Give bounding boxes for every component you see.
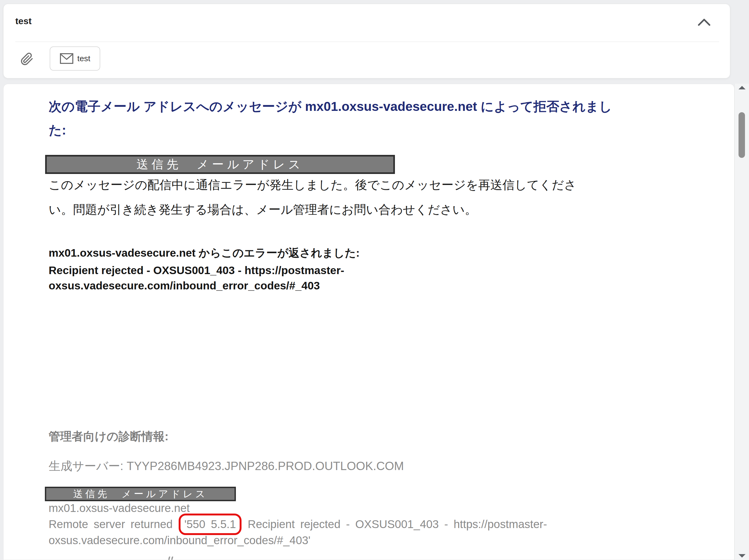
diagnostics-heading: 管理者向けの診断情報: — [49, 429, 168, 444]
ndr-heading: 次の電子メール アドレスへのメッセージが mx01.oxsus-vadesecu… — [49, 95, 612, 142]
redacted-recipient-address-1: 送信先 メールアドレス — [45, 155, 395, 174]
remote-response-line1: Remote server returned '550 5.5.1 Recipi… — [49, 516, 547, 532]
remote-response-prefix: Remote server returned — [49, 518, 173, 531]
generating-server-line: 生成サーバー: TYYP286MB4923.JPNP286.PROD.OUTLO… — [49, 458, 404, 474]
email-reading-pane: test test 次の電 — [0, 0, 749, 560]
remote-response-suffix: Recipient rejected - OXSUS001_403 - http… — [248, 518, 547, 531]
ndr-paragraph: このメッセージの配信中に通信エラーが発生しました。後でこのメッセージを再送信して… — [49, 173, 577, 222]
remote-response-line2: oxsus.vadesecure.com/inbound_error_codes… — [49, 532, 547, 548]
triangle-up-icon[interactable] — [739, 86, 746, 89]
ndr-paragraph-line2: い。問題が引き続き発生する場合は、メール管理者にお問い合わせください。 — [49, 197, 577, 222]
error-detail-line1: Recipient rejected - OXSUS001_403 - http… — [49, 263, 344, 278]
message-header-card: test test — [3, 4, 730, 79]
clipped-next-line-fragment — [167, 557, 174, 560]
ndr-heading-line2: た: — [49, 118, 612, 142]
ndr-heading-line1: 次の電子メール アドレスへのメッセージが mx01.oxsus-vadesecu… — [49, 95, 612, 118]
remote-server-response: Remote server returned '550 5.5.1 Recipi… — [49, 516, 547, 548]
attachment-chip[interactable]: test — [50, 46, 100, 71]
error-detail-line2: oxsus.vadesecure.com/inbound_error_codes… — [49, 278, 344, 293]
triangle-down-icon[interactable] — [739, 554, 746, 558]
error-source-line: mx01.oxsus-vadesecure.net からこのエラーが返されました… — [49, 246, 360, 261]
collapse-button[interactable] — [696, 15, 713, 30]
vertical-scrollbar[interactable] — [734, 84, 749, 560]
ndr-paragraph-line1: このメッセージの配信中に通信エラーが発生しました。後でこのメッセージを再送信して… — [49, 173, 577, 197]
message-subject: test — [15, 16, 31, 26]
error-detail: Recipient rejected - OXSUS001_403 - http… — [49, 263, 344, 293]
attachment-name: test — [77, 54, 90, 63]
paperclip-icon — [19, 50, 34, 67]
envelope-icon — [60, 53, 73, 64]
header-divider — [15, 42, 719, 42]
remote-host-line: mx01.oxsus-vadesecure.net — [49, 502, 190, 515]
redacted-recipient-address-2: 送信先 メールアドレス — [45, 487, 236, 501]
scrollbar-thumb[interactable] — [739, 112, 745, 158]
chevron-up-icon — [696, 15, 713, 30]
smtp-code-highlight: '550 5.5.1 — [179, 514, 241, 535]
message-body-card: 次の電子メール アドレスへのメッセージが mx01.oxsus-vadesecu… — [3, 84, 734, 560]
